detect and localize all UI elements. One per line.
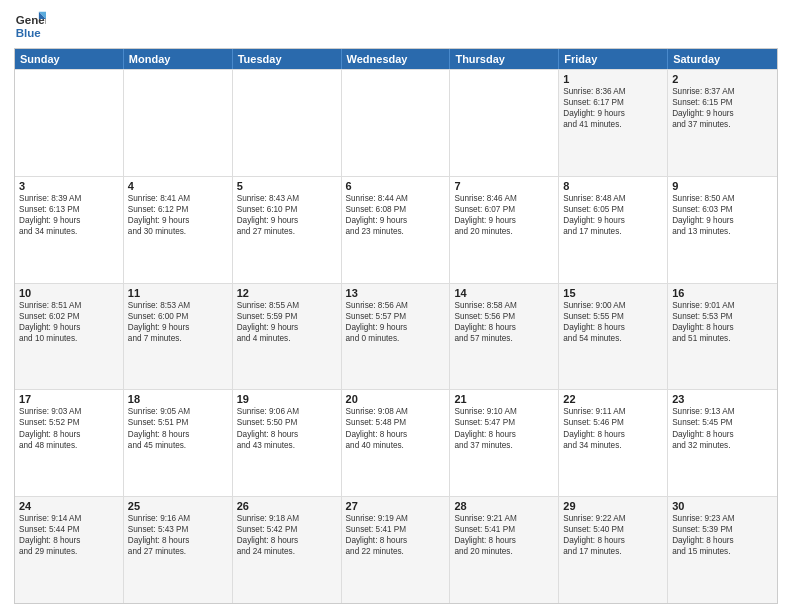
logo-icon: General Blue	[14, 10, 46, 42]
calendar-cell: 30Sunrise: 9:23 AM Sunset: 5:39 PM Dayli…	[668, 497, 777, 603]
calendar-cell	[450, 70, 559, 176]
day-info: Sunrise: 8:43 AM Sunset: 6:10 PM Dayligh…	[237, 193, 337, 237]
day-info: Sunrise: 8:58 AM Sunset: 5:56 PM Dayligh…	[454, 300, 554, 344]
calendar-cell: 10Sunrise: 8:51 AM Sunset: 6:02 PM Dayli…	[15, 284, 124, 390]
header: General Blue	[14, 10, 778, 42]
day-info: Sunrise: 9:22 AM Sunset: 5:40 PM Dayligh…	[563, 513, 663, 557]
weekday-header: Saturday	[668, 49, 777, 69]
day-info: Sunrise: 9:23 AM Sunset: 5:39 PM Dayligh…	[672, 513, 773, 557]
calendar-cell	[342, 70, 451, 176]
calendar-cell: 23Sunrise: 9:13 AM Sunset: 5:45 PM Dayli…	[668, 390, 777, 496]
calendar-body: 1Sunrise: 8:36 AM Sunset: 6:17 PM Daylig…	[15, 69, 777, 603]
calendar-cell: 26Sunrise: 9:18 AM Sunset: 5:42 PM Dayli…	[233, 497, 342, 603]
calendar-cell: 5Sunrise: 8:43 AM Sunset: 6:10 PM Daylig…	[233, 177, 342, 283]
day-info: Sunrise: 9:16 AM Sunset: 5:43 PM Dayligh…	[128, 513, 228, 557]
day-info: Sunrise: 9:01 AM Sunset: 5:53 PM Dayligh…	[672, 300, 773, 344]
svg-text:Blue: Blue	[16, 27, 42, 39]
calendar-cell: 11Sunrise: 8:53 AM Sunset: 6:00 PM Dayli…	[124, 284, 233, 390]
day-info: Sunrise: 9:05 AM Sunset: 5:51 PM Dayligh…	[128, 406, 228, 450]
calendar-cell: 18Sunrise: 9:05 AM Sunset: 5:51 PM Dayli…	[124, 390, 233, 496]
calendar-cell: 17Sunrise: 9:03 AM Sunset: 5:52 PM Dayli…	[15, 390, 124, 496]
logo: General Blue	[14, 10, 46, 42]
day-number: 19	[237, 393, 337, 405]
day-number: 29	[563, 500, 663, 512]
calendar-cell: 2Sunrise: 8:37 AM Sunset: 6:15 PM Daylig…	[668, 70, 777, 176]
calendar-header: SundayMondayTuesdayWednesdayThursdayFrid…	[15, 49, 777, 69]
calendar-cell: 14Sunrise: 8:58 AM Sunset: 5:56 PM Dayli…	[450, 284, 559, 390]
calendar-cell: 21Sunrise: 9:10 AM Sunset: 5:47 PM Dayli…	[450, 390, 559, 496]
day-info: Sunrise: 8:37 AM Sunset: 6:15 PM Dayligh…	[672, 86, 773, 130]
day-number: 6	[346, 180, 446, 192]
day-number: 1	[563, 73, 663, 85]
calendar-row: 1Sunrise: 8:36 AM Sunset: 6:17 PM Daylig…	[15, 69, 777, 176]
calendar-cell: 7Sunrise: 8:46 AM Sunset: 6:07 PM Daylig…	[450, 177, 559, 283]
day-number: 10	[19, 287, 119, 299]
calendar-cell	[124, 70, 233, 176]
calendar-cell: 6Sunrise: 8:44 AM Sunset: 6:08 PM Daylig…	[342, 177, 451, 283]
day-info: Sunrise: 9:10 AM Sunset: 5:47 PM Dayligh…	[454, 406, 554, 450]
day-number: 18	[128, 393, 228, 405]
day-info: Sunrise: 9:14 AM Sunset: 5:44 PM Dayligh…	[19, 513, 119, 557]
weekday-header: Monday	[124, 49, 233, 69]
day-info: Sunrise: 9:18 AM Sunset: 5:42 PM Dayligh…	[237, 513, 337, 557]
calendar-cell: 16Sunrise: 9:01 AM Sunset: 5:53 PM Dayli…	[668, 284, 777, 390]
day-info: Sunrise: 9:13 AM Sunset: 5:45 PM Dayligh…	[672, 406, 773, 450]
day-info: Sunrise: 8:51 AM Sunset: 6:02 PM Dayligh…	[19, 300, 119, 344]
day-number: 8	[563, 180, 663, 192]
day-info: Sunrise: 8:41 AM Sunset: 6:12 PM Dayligh…	[128, 193, 228, 237]
day-info: Sunrise: 9:08 AM Sunset: 5:48 PM Dayligh…	[346, 406, 446, 450]
day-info: Sunrise: 8:44 AM Sunset: 6:08 PM Dayligh…	[346, 193, 446, 237]
day-info: Sunrise: 9:03 AM Sunset: 5:52 PM Dayligh…	[19, 406, 119, 450]
day-number: 30	[672, 500, 773, 512]
calendar-cell	[15, 70, 124, 176]
day-info: Sunrise: 9:19 AM Sunset: 5:41 PM Dayligh…	[346, 513, 446, 557]
day-number: 13	[346, 287, 446, 299]
weekday-header: Thursday	[450, 49, 559, 69]
calendar-cell: 24Sunrise: 9:14 AM Sunset: 5:44 PM Dayli…	[15, 497, 124, 603]
day-info: Sunrise: 8:53 AM Sunset: 6:00 PM Dayligh…	[128, 300, 228, 344]
calendar-cell: 22Sunrise: 9:11 AM Sunset: 5:46 PM Dayli…	[559, 390, 668, 496]
calendar-cell: 27Sunrise: 9:19 AM Sunset: 5:41 PM Dayli…	[342, 497, 451, 603]
calendar: SundayMondayTuesdayWednesdayThursdayFrid…	[14, 48, 778, 604]
calendar-cell: 15Sunrise: 9:00 AM Sunset: 5:55 PM Dayli…	[559, 284, 668, 390]
day-info: Sunrise: 8:39 AM Sunset: 6:13 PM Dayligh…	[19, 193, 119, 237]
day-number: 28	[454, 500, 554, 512]
calendar-cell: 29Sunrise: 9:22 AM Sunset: 5:40 PM Dayli…	[559, 497, 668, 603]
day-info: Sunrise: 8:48 AM Sunset: 6:05 PM Dayligh…	[563, 193, 663, 237]
day-info: Sunrise: 8:36 AM Sunset: 6:17 PM Dayligh…	[563, 86, 663, 130]
calendar-cell: 20Sunrise: 9:08 AM Sunset: 5:48 PM Dayli…	[342, 390, 451, 496]
day-number: 4	[128, 180, 228, 192]
weekday-header: Friday	[559, 49, 668, 69]
weekday-header: Tuesday	[233, 49, 342, 69]
calendar-cell: 3Sunrise: 8:39 AM Sunset: 6:13 PM Daylig…	[15, 177, 124, 283]
calendar-row: 10Sunrise: 8:51 AM Sunset: 6:02 PM Dayli…	[15, 283, 777, 390]
calendar-cell: 9Sunrise: 8:50 AM Sunset: 6:03 PM Daylig…	[668, 177, 777, 283]
weekday-header: Wednesday	[342, 49, 451, 69]
day-number: 24	[19, 500, 119, 512]
day-number: 20	[346, 393, 446, 405]
weekday-header: Sunday	[15, 49, 124, 69]
calendar-cell: 4Sunrise: 8:41 AM Sunset: 6:12 PM Daylig…	[124, 177, 233, 283]
calendar-cell: 25Sunrise: 9:16 AM Sunset: 5:43 PM Dayli…	[124, 497, 233, 603]
day-number: 3	[19, 180, 119, 192]
day-number: 27	[346, 500, 446, 512]
day-info: Sunrise: 8:50 AM Sunset: 6:03 PM Dayligh…	[672, 193, 773, 237]
calendar-row: 3Sunrise: 8:39 AM Sunset: 6:13 PM Daylig…	[15, 176, 777, 283]
day-number: 15	[563, 287, 663, 299]
day-number: 25	[128, 500, 228, 512]
day-info: Sunrise: 9:06 AM Sunset: 5:50 PM Dayligh…	[237, 406, 337, 450]
day-info: Sunrise: 8:56 AM Sunset: 5:57 PM Dayligh…	[346, 300, 446, 344]
day-info: Sunrise: 8:46 AM Sunset: 6:07 PM Dayligh…	[454, 193, 554, 237]
day-number: 26	[237, 500, 337, 512]
day-info: Sunrise: 9:00 AM Sunset: 5:55 PM Dayligh…	[563, 300, 663, 344]
day-info: Sunrise: 9:21 AM Sunset: 5:41 PM Dayligh…	[454, 513, 554, 557]
day-number: 22	[563, 393, 663, 405]
day-number: 17	[19, 393, 119, 405]
calendar-row: 24Sunrise: 9:14 AM Sunset: 5:44 PM Dayli…	[15, 496, 777, 603]
calendar-row: 17Sunrise: 9:03 AM Sunset: 5:52 PM Dayli…	[15, 389, 777, 496]
calendar-cell: 12Sunrise: 8:55 AM Sunset: 5:59 PM Dayli…	[233, 284, 342, 390]
day-number: 21	[454, 393, 554, 405]
day-number: 16	[672, 287, 773, 299]
day-number: 12	[237, 287, 337, 299]
calendar-cell: 1Sunrise: 8:36 AM Sunset: 6:17 PM Daylig…	[559, 70, 668, 176]
